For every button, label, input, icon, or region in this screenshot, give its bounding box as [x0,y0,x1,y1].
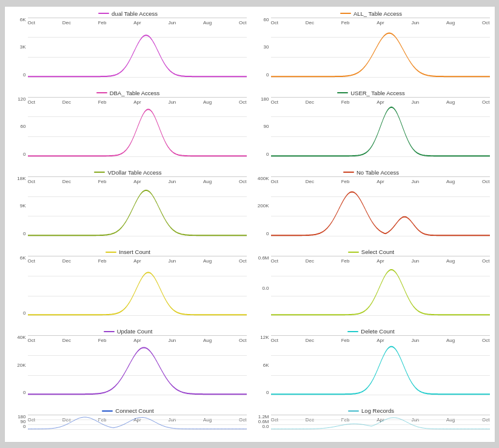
chart-title-insert-count: Insert Count [10,249,247,255]
chart-title-select-count: Select Count [253,249,490,255]
chart-log-records: Log Records1.2M0.6M0.0OctDecFebAprJunAug… [250,406,492,439]
chart-title-no-table-access: No Table Access [253,169,490,176]
chart-title-vdollar-table-access: VDollar Table Access [10,169,247,176]
chart-title-all-table-access: ALL_ Table Access [253,10,490,17]
chart-title-user-table-access: USER_ Table Access [253,90,490,96]
chart-insert-count: Insert Count6K0OctDecFebAprJunAugOct [7,247,249,326]
chart-dba-table-access: DBA_ Table Access120600OctDecFebAprJunAu… [7,89,249,167]
chart-no-table-access: No Table Access400K200K0OctDecFebAprJunA… [250,168,492,246]
chart-all-table-access: ALL_ Table Access60300OctDecFebAprJunAug… [250,9,492,87]
chart-title-update-count: Update Count [10,328,247,335]
chart-title-dba-table-access: DBA_ Table Access [10,90,247,96]
chart-connect-count: Connect Count180900OctDecFebAprJunAugOct [7,406,249,439]
chart-select-count: Select Count0.6M0.0OctDecFebAprJunAugOct [250,247,492,326]
chart-title-connect-count: Connect Count [10,407,247,414]
chart-update-count: Update Count40K20K0OctDecFebAprJunAugOct [7,327,249,405]
chart-title-log-records: Log Records [253,407,490,414]
chart-title-delete-count: Delete Count [253,328,490,335]
chart-delete-count: Delete Count12K6K0OctDecFebAprJunAugOct [250,327,492,405]
chart-vdollar-table-access: VDollar Table Access18K9K0OctDecFebAprJu… [7,168,249,246]
chart-user-table-access: USER_ Table Access180900OctDecFebAprJunA… [250,89,492,167]
dashboard: dual Table Access6K3K0OctDecFebAprJunAug… [4,6,495,443]
chart-dual-table-access: dual Table Access6K3K0OctDecFebAprJunAug… [7,9,249,87]
chart-title-dual-table-access: dual Table Access [10,10,247,17]
